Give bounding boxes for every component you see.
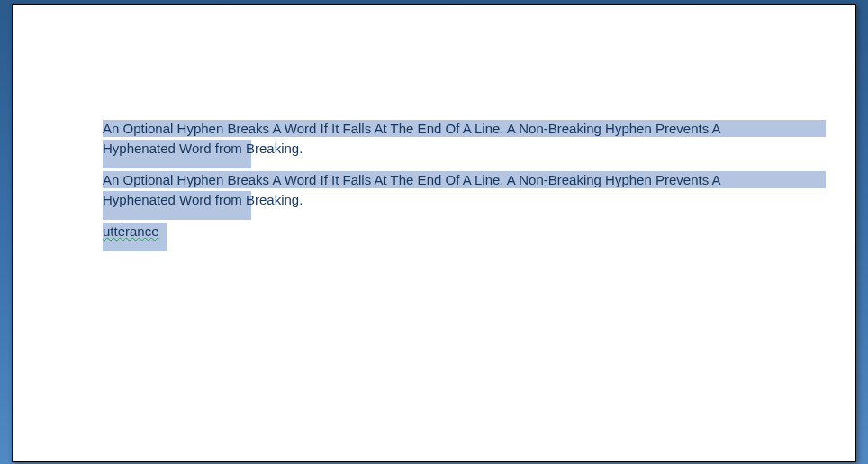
paragraph-1[interactable]: An Optional Hyphen Breaks A Word If It F…	[103, 119, 818, 159]
paragraph-2[interactable]: An Optional Hyphen Breaks A Word If It F…	[103, 170, 818, 210]
document-page[interactable]: An Optional Hyphen Breaks A Word If It F…	[12, 4, 856, 462]
paragraph-text[interactable]: An Optional Hyphen Breaks A Word If It F…	[103, 172, 721, 187]
paragraph-3[interactable]: utterance	[103, 222, 818, 241]
paragraph-text[interactable]: Hyphenated Word from Breaking.	[103, 141, 303, 156]
paragraph-text[interactable]: Hyphenated Word from Breaking.	[103, 192, 303, 207]
grammar-flagged-word[interactable]: utterance	[103, 223, 159, 239]
paragraph-text[interactable]: An Optional Hyphen Breaks A Word If It F…	[103, 121, 721, 136]
document-content[interactable]: An Optional Hyphen Breaks A Word If It F…	[103, 119, 818, 253]
